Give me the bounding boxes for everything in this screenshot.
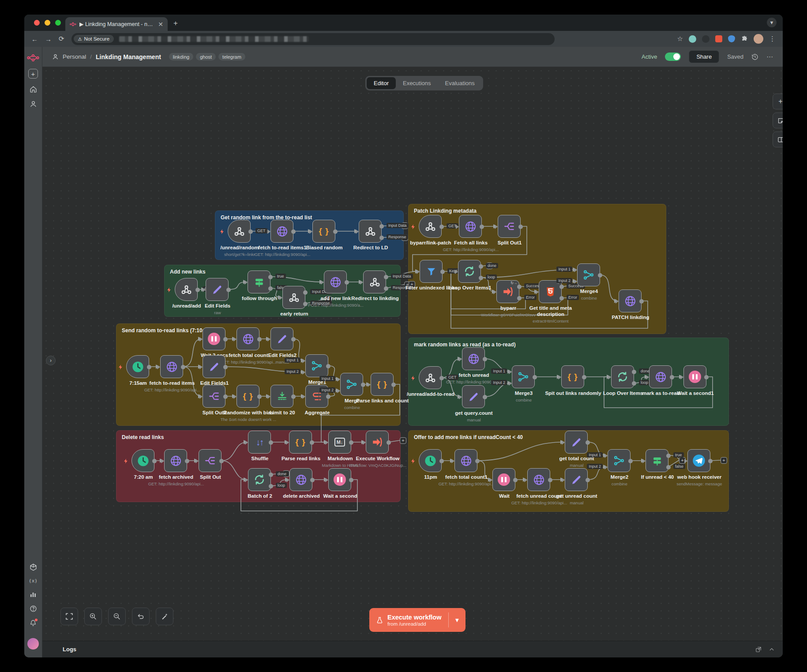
input-port[interactable] xyxy=(495,225,498,229)
node-batch2[interactable]: doneloopBatch of 2 xyxy=(248,468,271,491)
output-port[interactable] xyxy=(533,375,537,379)
node-unread_add[interactable]: GET/unread/add xyxy=(175,278,198,301)
node-loop0[interactable]: doneloopLoop Over Items xyxy=(611,365,634,388)
node-fetch_all[interactable]: Fetch all linksGET: http://linkding:9090… xyxy=(459,215,482,238)
input-port[interactable] xyxy=(536,290,539,294)
input-port[interactable] xyxy=(574,268,577,272)
node-markdown[interactable]: M↓MarkdownMarkdown to HTML xyxy=(328,431,351,454)
history-icon[interactable] xyxy=(751,53,758,60)
node-merge0[interactable]: Input 1Input 2Mergecombine xyxy=(340,373,363,396)
node-split_out0[interactable]: Split Out xyxy=(199,449,221,472)
input-port[interactable] xyxy=(356,229,359,234)
node-mark_toread[interactable]: mark as to-read xyxy=(649,365,672,388)
output-port[interactable] xyxy=(518,225,523,229)
tab-evaluations[interactable]: Evaluations xyxy=(438,77,482,89)
node-wait0[interactable]: Wait xyxy=(492,468,515,491)
extension-icon[interactable] xyxy=(728,35,735,42)
node-loop1[interactable]: doneloopLoop Over Items1 xyxy=(458,260,481,283)
new-tab-button[interactable]: + xyxy=(173,19,178,28)
input-port[interactable] xyxy=(493,290,496,294)
input-port[interactable] xyxy=(509,381,512,386)
output-port[interactable] xyxy=(475,459,480,463)
undo-button[interactable] xyxy=(132,608,150,625)
node-follow_through[interactable]: truefalsefollow through xyxy=(248,270,270,293)
node-biased_random[interactable]: { }Biased random xyxy=(312,220,335,243)
output-port[interactable] xyxy=(181,365,185,369)
execute-workflow-button[interactable]: Execute workflow from /unread/add ▼ xyxy=(369,608,465,632)
node-wait1s[interactable]: Wait a second xyxy=(328,468,351,491)
input-port[interactable] xyxy=(604,454,608,458)
input-port[interactable] xyxy=(459,395,462,399)
output-port[interactable] xyxy=(384,275,388,279)
output-port[interactable] xyxy=(704,375,709,379)
forward-button[interactable]: → xyxy=(45,35,52,43)
node-wait2[interactable]: Wait 2 secs xyxy=(203,327,225,350)
input-port[interactable] xyxy=(489,478,492,482)
output-port[interactable] xyxy=(666,465,671,469)
workflow-canvas[interactable]: Editor Executions Evaluations + › xyxy=(42,67,783,641)
input-port[interactable] xyxy=(302,394,305,399)
output-port[interactable] xyxy=(632,381,636,386)
input-port[interactable] xyxy=(524,478,527,482)
output-port[interactable] xyxy=(513,478,518,482)
output-port[interactable] xyxy=(291,337,296,342)
input-port[interactable] xyxy=(321,280,324,285)
output-port[interactable] xyxy=(291,394,296,399)
node-fetch_total[interactable]: fetch total countGET: http://linkding:90… xyxy=(236,327,259,350)
input-port[interactable] xyxy=(417,270,420,274)
node-patch_ld[interactable]: PATCH linkding xyxy=(619,289,642,312)
input-port[interactable] xyxy=(199,394,203,399)
output-port[interactable] xyxy=(326,364,330,368)
output-port[interactable] xyxy=(440,270,445,274)
output-port[interactable] xyxy=(598,273,602,278)
output-port[interactable] xyxy=(480,225,484,229)
browser-tab[interactable]: ▶ Linkding Management - n8… ✕ xyxy=(65,17,168,31)
tag[interactable]: linkding xyxy=(169,53,193,60)
output-port[interactable] xyxy=(269,473,273,477)
fit-view-button[interactable] xyxy=(60,608,78,625)
expand-sidebar-chevron[interactable]: › xyxy=(46,356,56,365)
node-del_arch[interactable]: delete archived xyxy=(289,468,312,491)
sidebar-item-templates[interactable] xyxy=(30,563,37,571)
node-spit_links[interactable]: { }Spit out links randomly xyxy=(561,365,584,388)
input-port[interactable] xyxy=(642,459,646,463)
output-port[interactable] xyxy=(219,459,224,463)
node-get_tc[interactable]: get total countmanual xyxy=(565,431,588,454)
tab-search-chevron-icon[interactable]: ▼ xyxy=(767,18,777,27)
breadcrumb-project[interactable]: Personal xyxy=(63,53,86,60)
node-edit1[interactable]: Edit Fields1manual xyxy=(203,355,225,378)
node-add_new_link[interactable]: add new linkPOST: http://linkding:9090/a… xyxy=(324,270,347,293)
browser-menu-icon[interactable]: ⋮ xyxy=(769,35,776,43)
input-port[interactable] xyxy=(195,459,199,463)
input-port[interactable] xyxy=(455,270,458,274)
sidebar-item-personal[interactable] xyxy=(30,100,37,108)
input-port[interactable] xyxy=(267,229,270,234)
n8n-logo[interactable] xyxy=(27,54,39,62)
output-port[interactable] xyxy=(269,440,273,445)
node-redirect_ld[interactable]: Input DataResponseRedirect to LD xyxy=(359,220,382,243)
output-port[interactable] xyxy=(310,478,315,482)
node-redirect_linkding[interactable]: Input DataResponseRedirect to linkding xyxy=(363,270,386,293)
tab-editor[interactable]: Editor xyxy=(367,77,396,89)
input-port[interactable] xyxy=(245,440,248,445)
output-port[interactable] xyxy=(670,375,674,379)
sidebar-item-whats-new[interactable] xyxy=(30,619,37,627)
input-port[interactable] xyxy=(199,365,203,369)
input-port[interactable] xyxy=(368,383,371,387)
security-badge[interactable]: ⚠ Not Secure xyxy=(74,35,114,43)
input-port[interactable] xyxy=(616,299,619,304)
input-port[interactable] xyxy=(509,370,512,374)
reload-button[interactable]: ⟳ xyxy=(59,35,64,43)
output-port[interactable] xyxy=(391,383,396,387)
node-split_out2[interactable]: Split Out2 xyxy=(203,385,225,408)
input-port[interactable] xyxy=(199,337,203,342)
output-port[interactable] xyxy=(226,288,231,292)
input-port[interactable] xyxy=(245,478,248,482)
output-port[interactable] xyxy=(257,394,262,399)
input-port[interactable] xyxy=(203,288,206,292)
address-bar[interactable]: ⚠ Not Secure xyxy=(71,33,555,45)
input-port[interactable] xyxy=(646,375,649,379)
input-port[interactable] xyxy=(286,440,289,445)
workflow-title[interactable]: Linkding Management xyxy=(96,53,161,60)
extension-icon[interactable] xyxy=(702,35,709,43)
